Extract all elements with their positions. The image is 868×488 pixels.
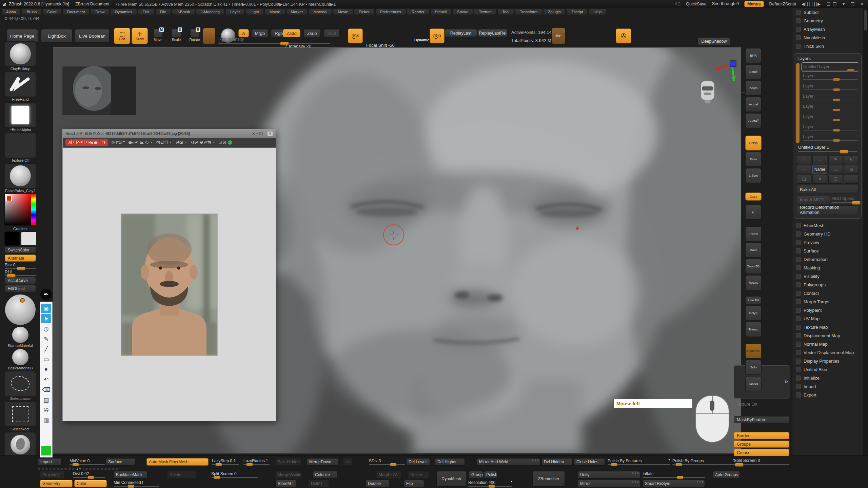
shelf-bpr[interactable]: BPR — [745, 48, 762, 63]
layer-grid-button[interactable] — [844, 175, 859, 184]
layers-scrollbar[interactable] — [796, 63, 800, 143]
shelf-frame[interactable]: Frame — [745, 226, 762, 241]
blur-0-slider[interactable]: Blur 0 — [5, 263, 36, 269]
camera-icon[interactable]: ✇ — [616, 28, 631, 43]
window-control-icons[interactable]: ✕ − ❐ — [251, 131, 264, 136]
palette-section-vector-displacement-map[interactable]: Vector Displacement Map — [792, 348, 863, 357]
minimize-button[interactable]: ▾ — [843, 2, 845, 6]
min-connected-f-slider[interactable]: Min Connected f — [114, 480, 159, 487]
camview-head-icon[interactable] — [697, 79, 718, 105]
storemt-button[interactable]: StoreMT — [275, 480, 296, 487]
palette-section-texture-map[interactable]: Texture Map — [792, 323, 863, 331]
shelf-zoom3d[interactable]: Zoom3D — [745, 259, 762, 274]
nav-arrows-icon[interactable]: ◀||| |||▶ — [802, 2, 822, 6]
photo-content-area[interactable] — [63, 147, 276, 421]
active-layer-slider[interactable]: Untitled Layer 1 — [798, 145, 857, 154]
green-swatch[interactable] — [41, 446, 51, 455]
shelf-line-fill[interactable]: Line Fill — [745, 296, 762, 304]
palette-section-geometry[interactable]: Geometry — [792, 17, 863, 25]
menu-picker[interactable]: Picker — [354, 8, 374, 15]
quicksave-button[interactable]: QuickSave — [686, 2, 706, 6]
tray-item-claybuildup[interactable]: ClayBuildup — [5, 41, 36, 71]
close-holes-button[interactable]: Close Holes — [574, 458, 605, 466]
gradient-label[interactable]: Gradient — [13, 227, 27, 231]
palette-section-surface[interactable]: Surface — [792, 247, 863, 255]
mode-a[interactable]: A — [238, 29, 249, 37]
palette-section-display-properties[interactable]: Display Properties — [792, 357, 863, 365]
menu-brush[interactable]: Brush — [22, 8, 41, 15]
home-page-button[interactable]: Home Page — [6, 29, 38, 43]
shelf-scroll[interactable]: Scroll — [745, 64, 762, 79]
main-color-swatch[interactable] — [4, 231, 20, 246]
palette-section-displacement-map[interactable]: Displacement Map — [792, 331, 863, 340]
lazystep-0-1-slider[interactable]: LazyStep 0.1 — [212, 458, 239, 466]
menu-layer[interactable]: Layer — [225, 8, 245, 15]
palette-section-deformation[interactable]: Deformation — [792, 255, 863, 264]
lazyradius-1-slider[interactable]: LazyRadius 1 — [243, 458, 270, 466]
palette-section-export[interactable]: Export — [792, 391, 863, 399]
menu-material[interactable]: Material — [309, 8, 332, 15]
pen-tool-icon[interactable]: ✒ — [40, 289, 52, 300]
mergedown-button[interactable]: MergeDown — [307, 458, 338, 466]
tray-item-startupmaterial[interactable]: StartupMaterial — [8, 326, 33, 348]
tray-item-texture-off[interactable]: Texture Off — [5, 133, 36, 162]
groups-button[interactable]: Groups — [734, 441, 789, 448]
layer-row[interactable]: Layer — [801, 123, 859, 133]
palette-section-polygroups[interactable]: Polygroups — [792, 281, 863, 289]
rgb-intensity-slider[interactable]: Rgb Intensity — [218, 37, 323, 44]
midvalue-0-slider[interactable]: MidValue 0 — [70, 458, 105, 466]
rotate-button[interactable]: R Rotate — [188, 28, 201, 42]
layer-grid-button[interactable]: ↷ — [828, 155, 843, 164]
camera-icon[interactable]: ✇ — [41, 405, 51, 415]
photo-window-titlebar[interactable]: Head 사진 레퍼런스 > 49217dd52f7d7b542151af3f2… — [63, 129, 276, 138]
mode-mrgb[interactable]: Mrgb — [251, 29, 269, 37]
selected-layer-row[interactable]: Untitled Layer — [801, 62, 859, 72]
palette-section-unified-skin[interactable]: Unified Skin — [792, 365, 863, 374]
sdiv-3-slider[interactable]: SDiv 3 — [369, 458, 405, 466]
photo-toolbar-item[interactable]: 책갈피▼ — [156, 140, 172, 145]
menu-file[interactable]: File — [155, 8, 171, 15]
mirror-and-weld-button[interactable]: Mirror And Weldx y z — [477, 458, 540, 466]
bake-all-button[interactable]: Bake All — [797, 185, 859, 194]
scale-button[interactable]: S Scale — [170, 28, 183, 42]
texture-on-label[interactable]: Texture On — [736, 402, 790, 407]
restore-button[interactable]: ❐ — [851, 2, 855, 6]
mask-by-feature-button[interactable]: MaskByFeature — [734, 416, 789, 423]
shelf-xpose[interactable]: Xpose — [745, 376, 762, 391]
eye-icon[interactable]: ◉ — [41, 304, 51, 313]
menu-dynamics[interactable]: Dynamics — [110, 8, 137, 15]
draw-dynamic-icon[interactable]: ◎D — [430, 28, 445, 43]
line-icon[interactable]: ╱ — [41, 344, 51, 354]
color-button[interactable]: Color — [74, 480, 107, 487]
palette-section-preview[interactable]: Preview — [792, 238, 863, 247]
shelf-rotate[interactable]: Rotate — [745, 275, 762, 290]
mdd-speed-slider[interactable]: MDD Speed — [831, 195, 859, 204]
see-through-slider[interactable]: See-through 0 — [712, 1, 739, 7]
tray-item-fabiopaiva-clay2[interactable]: FabioPaiva_Clay2 — [5, 163, 36, 193]
dot-icon[interactable]: ● — [41, 365, 51, 374]
layer-row[interactable]: Layer — [801, 72, 859, 82]
lightbox-button[interactable]: LightBox — [41, 29, 73, 43]
tray-item-selectlasso[interactable]: SelectLasso — [5, 371, 36, 401]
photo-toolbar-item[interactable]: 새 버전이 나왔습니다 — [65, 139, 108, 146]
palette-section-uv-map[interactable]: UV Map — [792, 314, 863, 323]
palette-icon[interactable] — [41, 426, 51, 435]
palette-section-visibility[interactable]: Visibility — [792, 272, 863, 281]
palette-section-normal-map[interactable]: Normal Map — [792, 340, 863, 348]
rf-0-slider[interactable]: Rf 0 — [5, 270, 36, 276]
menu-zscript[interactable]: Zscript — [567, 8, 588, 15]
unify-button[interactable]: Unifyx y z — [578, 471, 640, 479]
photo-toolbar-item[interactable]: 사진 보관함▼ — [191, 140, 215, 145]
easel-icon[interactable]: ▤ — [41, 395, 51, 405]
shelf-actual[interactable]: Actual — [745, 97, 762, 112]
shelf-zoom[interactable]: Zoom — [745, 81, 762, 96]
layer-grid-button[interactable]: ❐ — [828, 175, 843, 184]
shelf-dynamic[interactable]: Dynamic — [745, 344, 762, 359]
shelf-floor[interactable]: Floor — [745, 152, 762, 167]
shelf-rotate-sphere[interactable]: ◐ — [745, 205, 762, 220]
menu-stroke[interactable]: Stroke — [452, 8, 473, 15]
menu-help[interactable]: Help — [589, 8, 606, 15]
fillobject-button[interactable]: FillObject — [5, 285, 36, 292]
inflate-slider[interactable]: Inflate — [643, 471, 705, 479]
projectall-button[interactable]: ProjectAll — [40, 471, 64, 479]
